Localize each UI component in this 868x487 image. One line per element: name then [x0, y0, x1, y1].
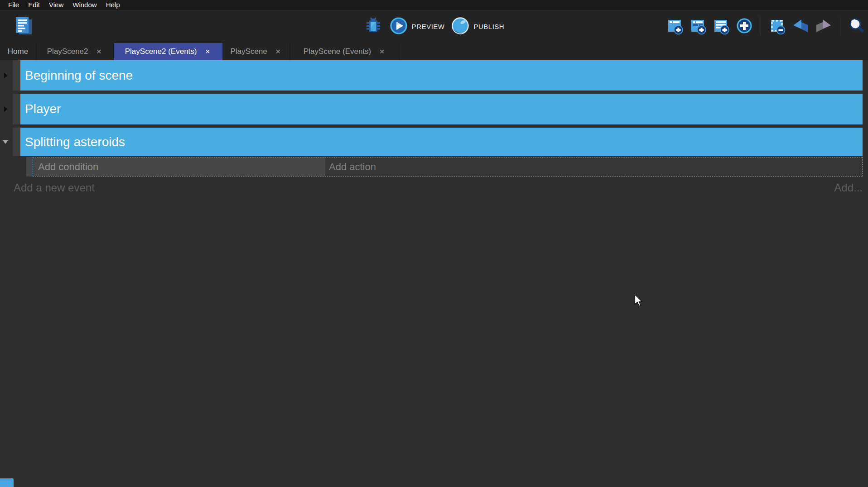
add-event-row: Add a new event Add...: [14, 181, 863, 194]
publish-label: PUBLISH: [473, 23, 504, 30]
empty-event-row: Add condition Add action: [26, 157, 863, 177]
add-element-button[interactable]: [735, 17, 753, 37]
tab-playscene-events[interactable]: PlayScene (Events): [290, 43, 400, 60]
event-group-title[interactable]: Splitting asteroids: [20, 128, 863, 156]
add-more-button[interactable]: Add...: [834, 181, 863, 194]
tab-label: Home: [8, 47, 28, 56]
tab-label: PlayScene (Events): [304, 47, 371, 56]
add-external-events-button[interactable]: [712, 17, 730, 37]
event-drag-handle[interactable]: [13, 60, 20, 91]
menu-edit[interactable]: Edit: [24, 0, 44, 10]
selected-event-outline: Add condition Add action: [33, 157, 863, 177]
editor-tab-bar: Home PlayScene2 PlayScene2 (Events) Play…: [0, 43, 868, 60]
event-drag-handle[interactable]: [26, 157, 33, 177]
toolbar-right-group: [666, 10, 866, 43]
close-icon[interactable]: [96, 48, 103, 56]
undo-button[interactable]: [791, 17, 810, 37]
menu-bar: File Edit View Window Help: [0, 0, 868, 10]
close-icon[interactable]: [275, 48, 282, 56]
collapse-arrow-icon[interactable]: [4, 73, 8, 78]
preview-button[interactable]: PREVIEW: [390, 17, 445, 37]
menu-window[interactable]: Window: [68, 0, 101, 10]
tab-label: PlayScene2: [47, 47, 88, 56]
redo-button[interactable]: [815, 17, 833, 37]
close-icon[interactable]: [204, 48, 212, 56]
play-icon: [390, 17, 408, 37]
clear-selection-button[interactable]: [768, 17, 786, 37]
gutter: [0, 60, 13, 91]
event-group-row[interactable]: Beginning of scene: [0, 60, 868, 91]
event-group-row[interactable]: Player: [0, 94, 868, 124]
event-drag-handle[interactable]: [13, 128, 20, 156]
tab-label: PlayScene2 (Events): [125, 47, 197, 56]
tab-label: PlayScene: [230, 47, 267, 56]
debugger-button[interactable]: [364, 16, 383, 37]
expand-arrow-icon[interactable]: [3, 140, 8, 144]
close-icon[interactable]: [378, 48, 386, 56]
menu-view[interactable]: View: [44, 0, 68, 10]
tab-playscene[interactable]: PlayScene: [222, 43, 290, 60]
tab-home[interactable]: Home: [0, 43, 37, 60]
publish-button[interactable]: PUBLISH: [451, 17, 504, 37]
menu-help[interactable]: Help: [101, 0, 125, 10]
gutter: [0, 128, 13, 156]
gutter: [0, 94, 13, 124]
add-new-event-button[interactable]: Add a new event: [14, 181, 95, 194]
add-scene-button[interactable]: [666, 17, 684, 37]
events-sheet: Beginning of scene Player Splitting aste…: [0, 60, 868, 194]
collapse-arrow-icon[interactable]: [4, 106, 8, 112]
event-group-row[interactable]: Splitting asteroids: [0, 128, 868, 156]
search-button[interactable]: [848, 17, 866, 37]
add-action-button[interactable]: Add action: [325, 158, 862, 176]
event-group-title[interactable]: Player: [20, 94, 863, 124]
publish-globe-icon: [451, 17, 469, 37]
mouse-cursor: [634, 294, 645, 310]
preview-label: PREVIEW: [412, 23, 445, 30]
tab-playscene2-events[interactable]: PlayScene2 (Events): [114, 43, 222, 60]
menu-file[interactable]: File: [4, 0, 24, 10]
toolbar-separator: [761, 18, 761, 36]
add-external-layout-button[interactable]: [689, 17, 707, 37]
main-toolbar: PREVIEW PUBLISH: [0, 10, 868, 43]
debugger-bug-icon: [364, 16, 383, 37]
event-drag-handle[interactable]: [13, 94, 20, 124]
add-condition-button[interactable]: Add condition: [33, 158, 325, 176]
toolbar-separator: [840, 18, 840, 36]
event-group-title[interactable]: Beginning of scene: [20, 60, 863, 91]
corner-widget: [0, 478, 14, 487]
tab-playscene2[interactable]: PlayScene2: [37, 43, 114, 60]
